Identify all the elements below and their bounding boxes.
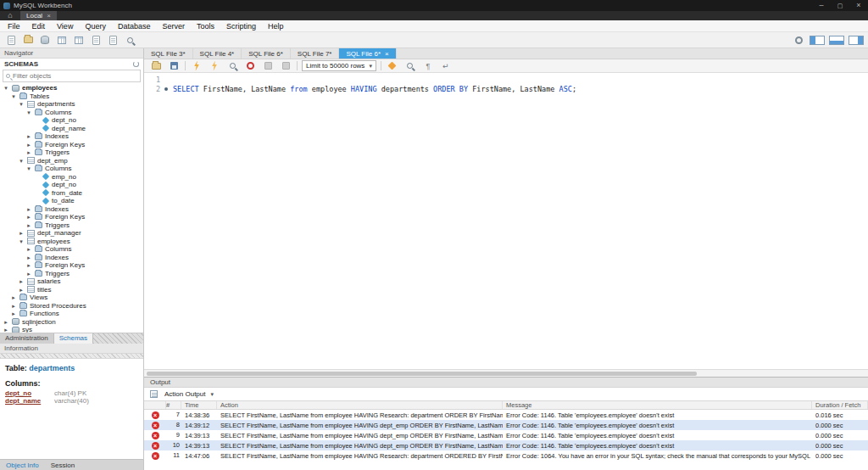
connection-tab-local[interactable]: Local × — [20, 11, 57, 20]
toggle-secondary-sidebar-button[interactable] — [849, 36, 864, 45]
chevron-down-icon[interactable]: ▾ — [18, 157, 25, 165]
column-header-duration-fetch[interactable]: Duration / Fetch — [812, 401, 868, 409]
chevron-down-icon[interactable]: ▾ — [10, 92, 17, 100]
beautify-button[interactable] — [386, 60, 399, 72]
tree-item-salaries[interactable]: ▸salaries — [0, 277, 143, 286]
chevron-right-icon[interactable]: ▸ — [18, 286, 25, 294]
chevron-right-icon[interactable]: ▸ — [25, 132, 32, 140]
save-button[interactable] — [167, 60, 181, 72]
explain-button[interactable] — [225, 60, 239, 72]
tree-item-dept-emp[interactable]: ▾dept_emp — [0, 157, 143, 165]
menu-edit[interactable]: Edit — [26, 22, 52, 31]
chevron-right-icon[interactable]: ▸ — [3, 318, 9, 326]
menu-tools[interactable]: Tools — [191, 22, 220, 31]
chevron-down-icon[interactable]: ▾ — [18, 238, 25, 245]
create-function-button[interactable] — [106, 34, 120, 46]
maximize-button[interactable] — [831, 0, 849, 11]
filter-objects-input[interactable] — [13, 72, 137, 80]
chevron-right-icon[interactable]: ▸ — [25, 245, 32, 253]
preferences-button[interactable] — [792, 34, 805, 46]
toggle-word-wrap-button[interactable] — [439, 60, 453, 72]
table-name[interactable]: departments — [29, 364, 75, 372]
toggle-autocommit-button[interactable] — [261, 60, 275, 72]
minimize-button[interactable] — [812, 0, 831, 11]
chevron-down-icon[interactable]: ▾ — [25, 109, 32, 116]
menu-view[interactable]: View — [51, 22, 79, 31]
close-button[interactable] — [849, 0, 868, 11]
chevron-right-icon[interactable]: ▸ — [25, 270, 32, 277]
tree-item-triggers[interactable]: ▸Triggers — [0, 221, 143, 230]
menu-query[interactable]: Query — [79, 22, 112, 31]
refresh-icon[interactable] — [133, 61, 139, 67]
chevron-right-icon[interactable]: ▸ — [25, 254, 32, 261]
tree-item-columns[interactable]: ▾Columns — [0, 165, 143, 173]
search-data-button[interactable] — [123, 34, 136, 46]
column-name-link[interactable]: dept_name — [5, 397, 54, 405]
home-icon[interactable] — [0, 11, 20, 20]
tree-item-departments[interactable]: ▾departments — [0, 100, 143, 109]
chevron-right-icon[interactable]: ▸ — [10, 302, 17, 310]
find-button[interactable] — [403, 60, 417, 72]
tree-item-dept-no[interactable]: dept_no — [0, 181, 143, 189]
execute-button[interactable] — [190, 60, 203, 72]
sql-file-tab[interactable]: SQL File 3* — [144, 48, 193, 59]
row-limit-dropdown[interactable]: Limit to 50000 rows — [302, 60, 376, 71]
column-header-message[interactable]: Message — [503, 401, 812, 409]
tree-item-indexes[interactable]: ▸Indexes — [0, 205, 143, 214]
tree-item-tables[interactable]: ▾Tables — [0, 92, 143, 101]
chevron-right-icon[interactable]: ▸ — [3, 326, 9, 333]
tree-item-dept-no[interactable]: dept_no — [0, 116, 143, 125]
chevron-right-icon[interactable]: ▸ — [10, 310, 17, 317]
tree-item-sys[interactable]: ▸sys — [0, 326, 143, 333]
execute-current-statement-button[interactable] — [208, 60, 221, 72]
tree-item-triggers[interactable]: ▸Triggers — [0, 270, 143, 278]
output-row[interactable]: ×814:39:12SELECT FirstName, LastName fro… — [144, 420, 868, 430]
tab-administration[interactable]: Administration — [0, 333, 54, 344]
tree-item-dept-manager[interactable]: ▸dept_manager — [0, 229, 143, 238]
chevron-down-icon[interactable]: ▾ — [18, 100, 25, 108]
tree-item-foreign-keys[interactable]: ▸Foreign Keys — [0, 261, 143, 270]
tree-item-to-date[interactable]: to_date — [0, 197, 143, 205]
open-file-button[interactable] — [149, 60, 163, 72]
menu-server[interactable]: Server — [156, 22, 191, 31]
tree-item-views[interactable]: ▸Views — [0, 294, 143, 302]
create-view-button[interactable] — [72, 34, 86, 46]
tab-session[interactable]: Session — [45, 462, 81, 469]
chevron-right-icon[interactable]: ▸ — [25, 261, 32, 269]
chevron-down-icon[interactable]: ▾ — [25, 165, 32, 172]
tree-item-indexes[interactable]: ▸Indexes — [0, 132, 143, 141]
tree-item-stored-procedures[interactable]: ▸Stored Procedures — [0, 302, 143, 311]
chevron-right-icon[interactable]: ▸ — [25, 205, 32, 213]
column-header-time[interactable]: Time — [181, 401, 217, 409]
menu-database[interactable]: Database — [112, 22, 157, 31]
tree-item-foreign-keys[interactable]: ▸Foreign Keys — [0, 213, 143, 221]
tab-schemas[interactable]: Schemas — [54, 333, 93, 344]
scrollbar-thumb[interactable] — [147, 372, 697, 376]
tree-item-foreign-keys[interactable]: ▸Foreign Keys — [0, 141, 143, 149]
close-icon[interactable]: × — [385, 50, 389, 58]
output-row[interactable]: ×714:38:36SELECT FirstName, LastName fro… — [144, 410, 868, 420]
tree-item-employees[interactable]: ▾employees — [0, 84, 143, 92]
chevron-right-icon[interactable]: ▸ — [25, 148, 32, 156]
tab-object-info[interactable]: Object Info — [0, 462, 45, 469]
sql-file-tab[interactable]: SQL File 7* — [291, 48, 340, 59]
new-query-tab-button[interactable] — [4, 34, 18, 46]
chevron-down-icon[interactable]: ▾ — [3, 84, 9, 92]
chevron-right-icon[interactable]: ▸ — [18, 229, 25, 237]
chevron-right-icon[interactable]: ▸ — [25, 213, 32, 221]
create-table-button[interactable] — [55, 34, 69, 46]
chevron-right-icon[interactable]: ▸ — [25, 141, 32, 148]
tree-item-emp-no[interactable]: emp_no — [0, 173, 143, 182]
tree-item-from-date[interactable]: from_date — [0, 189, 143, 198]
sql-file-tab[interactable]: SQL File 4* — [193, 48, 242, 59]
create-schema-button[interactable] — [38, 34, 52, 46]
tree-item-dept-name[interactable]: dept_name — [0, 125, 143, 133]
commit-button[interactable] — [279, 60, 292, 72]
tree-item-sqlinjection[interactable]: ▸sqlinjection — [0, 318, 143, 327]
horizontal-scrollbar[interactable] — [144, 369, 868, 377]
column-name-link[interactable]: dept_no — [5, 389, 54, 397]
tree-item-employees[interactable]: ▾employees — [0, 238, 143, 246]
sql-file-tab[interactable]: SQL File 6* — [242, 48, 291, 59]
create-procedure-button[interactable] — [89, 34, 103, 46]
tree-item-columns[interactable]: ▸Columns — [0, 245, 143, 254]
